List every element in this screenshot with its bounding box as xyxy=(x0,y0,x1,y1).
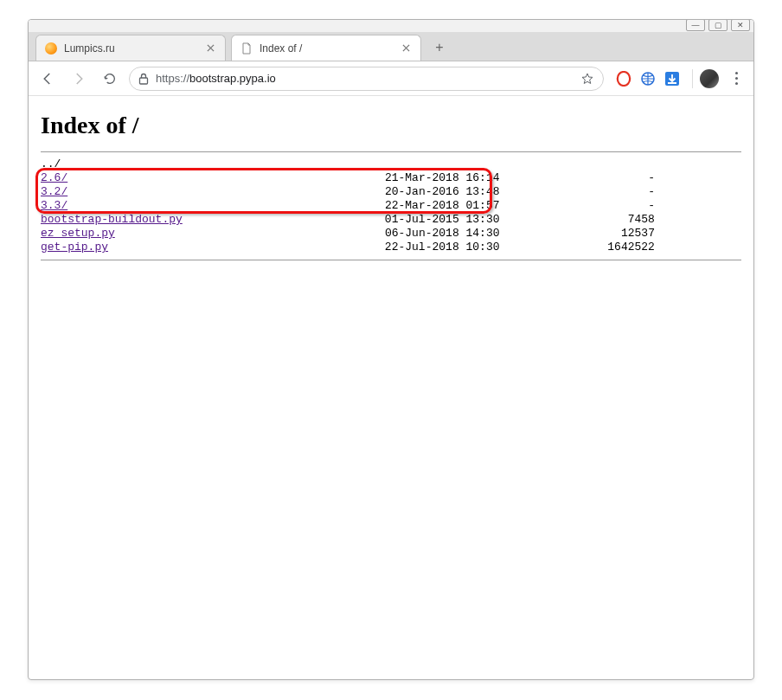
lock-icon xyxy=(138,73,149,85)
url-host: bootstrap.pypa.io xyxy=(189,72,276,85)
page-title: Index of / xyxy=(41,112,741,139)
toolbar-separator xyxy=(692,69,693,88)
browser-menu-button[interactable] xyxy=(726,72,747,85)
hr-top xyxy=(41,151,741,152)
listing-row: bootstrap-buildout.py 01-Jul-2015 13:30 … xyxy=(41,213,655,226)
favicon-orange-icon xyxy=(45,42,57,55)
bookmark-star-icon[interactable] xyxy=(580,72,594,86)
listing-link[interactable]: 3.3/ xyxy=(41,199,67,212)
listing-row: 3.3/ 22-Mar-2018 01:57 - xyxy=(41,199,655,212)
reload-button[interactable] xyxy=(98,67,122,91)
favicon-page-icon xyxy=(240,42,253,55)
directory-listing: ../ 2.6/ 21-Mar-2018 16:14 - 3.2/ 20-Jan… xyxy=(41,157,741,254)
window-controls: — ▢ ✕ xyxy=(686,19,750,31)
opera-icon[interactable] xyxy=(616,71,631,87)
listing-link[interactable]: ez_setup.py xyxy=(41,227,115,240)
listing-row: 2.6/ 21-Mar-2018 16:14 - xyxy=(41,171,655,184)
extension-icons xyxy=(611,71,685,87)
listing-link[interactable]: 2.6/ xyxy=(41,171,67,184)
close-icon[interactable] xyxy=(400,42,412,55)
page-content: Index of / ../ 2.6/ 21-Mar-2018 16:14 - … xyxy=(29,96,753,679)
url-protocol: https:// xyxy=(156,72,189,85)
browser-window: — ▢ ✕ Lumpics.ru Index of / + xyxy=(28,19,754,680)
download-icon[interactable] xyxy=(664,71,680,87)
listing-row: get-pip.py 22-Jul-2018 10:30 1642522 xyxy=(41,241,655,254)
svg-rect-0 xyxy=(140,78,148,84)
listing-link[interactable]: bootstrap-buildout.py xyxy=(41,213,183,226)
window-maximize-button[interactable]: ▢ xyxy=(708,19,728,31)
tab-index-of[interactable]: Index of / xyxy=(231,35,421,61)
close-icon[interactable] xyxy=(204,42,216,55)
tab-lumpics[interactable]: Lumpics.ru xyxy=(35,35,226,61)
new-tab-button[interactable]: + xyxy=(428,36,451,59)
window-titlebar: — ▢ ✕ xyxy=(29,20,753,32)
hr-bottom xyxy=(41,260,741,260)
tab-title: Lumpics.ru xyxy=(64,42,197,55)
forward-button[interactable] xyxy=(67,67,91,91)
window-close-button[interactable]: ✕ xyxy=(731,19,750,31)
listing-link[interactable]: 3.2/ xyxy=(41,185,67,198)
listing-link[interactable]: get-pip.py xyxy=(41,241,108,254)
browser-toolbar: https://bootstrap.pypa.io xyxy=(29,61,753,96)
tab-title: Index of / xyxy=(260,42,393,55)
listing-row: 3.2/ 20-Jan-2016 13:48 - xyxy=(41,185,655,198)
svg-point-1 xyxy=(618,72,630,86)
window-minimize-button[interactable]: — xyxy=(686,19,705,31)
listing-row: ez_setup.py 06-Jun-2018 14:30 12537 xyxy=(41,227,655,240)
address-bar[interactable]: https://bootstrap.pypa.io xyxy=(129,67,604,91)
profile-avatar[interactable] xyxy=(700,69,719,88)
back-button[interactable] xyxy=(35,67,60,91)
globe-icon[interactable] xyxy=(640,71,656,87)
tab-strip: Lumpics.ru Index of / + xyxy=(29,32,753,61)
listing-row: ../ xyxy=(41,157,61,170)
